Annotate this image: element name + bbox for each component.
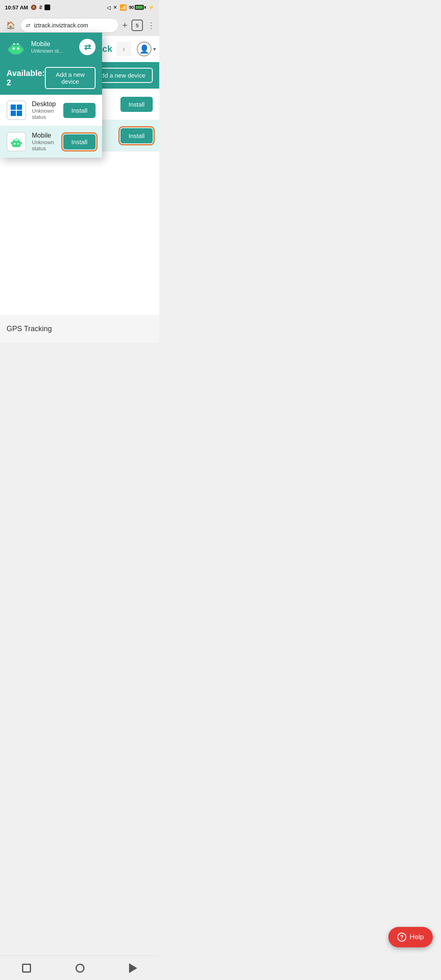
svg-rect-20 <box>21 142 22 145</box>
svg-rect-13 <box>17 111 22 116</box>
svg-point-22 <box>17 138 18 139</box>
dropdown-device-title: Mobile <box>31 40 74 48</box>
url-icon: ⇄ <box>26 22 31 29</box>
gps-title: GPS Tracking <box>7 325 52 333</box>
available-banner: Available: 2 Add a new device <box>0 61 102 95</box>
desktop-device-name: Desktop <box>32 100 58 108</box>
svg-rect-10 <box>11 105 16 110</box>
mobile-device-item: Mobile Unknown status Install <box>0 126 102 158</box>
svg-point-8 <box>13 43 15 45</box>
android-icon-svg <box>10 135 23 148</box>
tab-count[interactable]: 5 <box>131 20 143 31</box>
status-bar-right: ◁ ✕ 📶 90 ⚡ <box>107 4 154 11</box>
desktop-install-btn[interactable]: Install <box>63 103 96 118</box>
desktop-device-icon-box <box>7 100 26 120</box>
desktop-device-status: Unknown status <box>32 108 58 120</box>
svg-point-21 <box>14 138 15 139</box>
mobile-device-details: Mobile Unknown status <box>32 132 58 151</box>
svg-rect-12 <box>11 111 16 116</box>
chevron-down-icon: ▾ <box>153 46 156 52</box>
home-icon: 🏠 <box>6 21 15 30</box>
user-avatar-button[interactable]: 👤 ▾ <box>137 42 156 56</box>
chevron-right-icon: › <box>122 45 125 53</box>
app-header-right: ack › 👤 ▾ <box>97 36 159 62</box>
close-icon: ✕ <box>113 4 117 10</box>
dropdown-header[interactable]: Mobile Unknown st... ⇄ <box>0 33 102 61</box>
svg-rect-19 <box>11 142 12 145</box>
battery-indicator: 90 <box>129 5 146 10</box>
svg-rect-11 <box>17 105 22 110</box>
browser-actions: + 5 ⋮ <box>122 20 155 31</box>
url-text: iztrack.inviztrack.com <box>34 22 88 29</box>
desktop-install-button[interactable]: Install <box>120 97 153 112</box>
square-icon <box>45 4 50 10</box>
desktop-device-details: Desktop Unknown status <box>32 100 58 120</box>
svg-rect-6 <box>9 48 10 52</box>
charging-icon: ⚡ <box>148 4 154 10</box>
dropdown-info: Mobile Unknown st... <box>31 40 74 54</box>
svg-rect-14 <box>12 140 20 147</box>
swap-icon: ⇄ <box>84 42 91 52</box>
svg-point-15 <box>14 143 16 145</box>
mobile-install-btn[interactable]: Install <box>63 134 96 149</box>
status-bar-left: 10:57 AM 🔕 Ƨ <box>5 4 50 11</box>
mobile-device-name: Mobile <box>32 132 58 139</box>
battery-tip <box>145 6 146 9</box>
svg-rect-7 <box>22 48 23 52</box>
add-tab-button[interactable]: + <box>122 20 127 31</box>
dropdown-android-icon <box>7 38 25 56</box>
gps-tracking-section: GPS Tracking <box>0 315 159 343</box>
available-text: Available: 2 <box>7 69 45 87</box>
battery-body <box>135 5 144 10</box>
home-button[interactable]: 🏠 <box>4 19 17 32</box>
user-icon: 👤 <box>139 44 149 54</box>
url-bar[interactable]: ⇄ iztrack.inviztrack.com <box>20 18 119 33</box>
add-device-button[interactable]: Add a new device <box>45 67 96 89</box>
status-bar: 10:57 AM 🔕 Ƨ ◁ ✕ 📶 90 ⚡ <box>0 0 159 15</box>
mobile-device-status: Unknown status <box>32 139 58 151</box>
wifi-icon: 📶 <box>120 4 127 11</box>
swap-button[interactable]: ⇄ <box>79 39 96 55</box>
desktop-device-item: Desktop Unknown status Install <box>0 95 102 126</box>
mobile-device-icon-box <box>7 132 26 151</box>
device-list: Desktop Unknown status Install <box>0 95 102 158</box>
mobile-install-button[interactable]: Install <box>120 128 153 143</box>
svg-point-16 <box>17 143 19 145</box>
next-arrow-button[interactable]: › <box>116 42 131 56</box>
dropdown-panel: Mobile Unknown st... ⇄ Available: 2 Add … <box>0 33 102 158</box>
battery-percent: 90 <box>129 5 134 10</box>
windows-icon-svg <box>10 104 22 116</box>
user-avatar: 👤 <box>137 42 151 56</box>
svg-rect-1 <box>10 46 22 54</box>
record-icon: Ƨ <box>39 5 42 10</box>
dropdown-device-subtitle: Unknown st... <box>31 48 74 54</box>
menu-button[interactable]: ⋮ <box>147 20 155 30</box>
time-display: 10:57 AM <box>5 4 28 11</box>
empty-content-area <box>0 151 159 315</box>
mute-icon: 🔕 <box>31 4 37 10</box>
main-container: 10:57 AM 🔕 Ƨ ◁ ✕ 📶 90 ⚡ 🏠 ⇄ iztrack.invi… <box>0 0 159 343</box>
svg-point-9 <box>17 43 19 45</box>
location-icon: ◁ <box>107 4 111 11</box>
